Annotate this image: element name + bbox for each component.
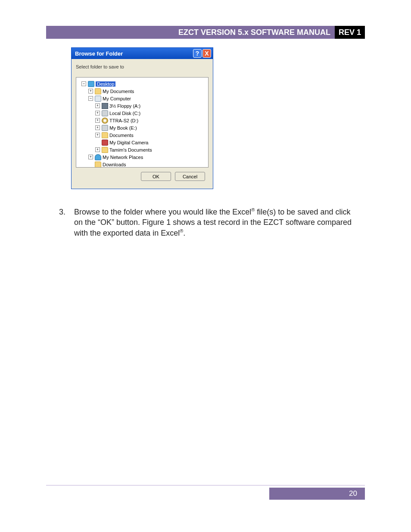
tree-label: Documents xyxy=(109,133,134,138)
tree-label: TTRA-S2 (D:) xyxy=(109,118,138,123)
desktop-icon xyxy=(88,81,94,87)
tree-label: My Digital Camera xyxy=(109,140,148,145)
text-fragment: Browse to the folder where you would lik… xyxy=(74,208,251,216)
expand-icon[interactable]: + xyxy=(95,118,100,123)
tree-item-downloads[interactable]: Downloads xyxy=(78,161,206,168)
collapse-icon[interactable]: − xyxy=(88,96,93,101)
tree-item-mybook[interactable]: + My Book (E:) xyxy=(78,124,206,131)
spacer xyxy=(95,140,100,145)
page-number: 20 xyxy=(269,488,365,500)
ok-button[interactable]: OK xyxy=(141,172,171,181)
tree-item-camera[interactable]: My Digital Camera xyxy=(78,139,206,146)
expand-icon[interactable]: + xyxy=(95,111,100,115)
folder-icon xyxy=(102,132,108,138)
document-header: EZCT VERSION 5.x SOFTWARE MANUAL REV 1 xyxy=(46,26,365,39)
tree-label: My Documents xyxy=(103,89,134,94)
dialog-title: Browse for Folder xyxy=(75,50,192,57)
spacer xyxy=(88,162,93,167)
header-title: EZCT VERSION 5.x SOFTWARE MANUAL xyxy=(46,26,335,39)
list-number: 3. xyxy=(59,207,72,217)
tree-item-tamim[interactable]: + Tamim's Documents xyxy=(78,146,206,153)
tree-item-netplaces[interactable]: + My Network Places xyxy=(78,153,206,161)
expand-icon[interactable]: + xyxy=(95,147,100,152)
text-fragment: . xyxy=(183,229,185,237)
browse-folder-dialog: Browse for Folder ? X Select folder to s… xyxy=(71,47,213,189)
floppy-icon xyxy=(102,103,108,109)
expand-icon[interactable]: + xyxy=(88,89,93,93)
disk-icon xyxy=(102,125,108,131)
tree-label: My Computer xyxy=(103,96,131,101)
dialog-button-row: OK Cancel xyxy=(76,168,209,185)
tree-item-documents[interactable]: + Documents xyxy=(78,131,206,139)
dialog-instruction: Select folder to save to xyxy=(76,64,209,69)
tree-item-desktop[interactable]: − Desktop xyxy=(78,80,206,87)
cd-icon xyxy=(102,118,108,124)
tree-label: Tamim's Documents xyxy=(109,147,152,152)
folder-icon xyxy=(95,162,101,168)
folder-icon xyxy=(102,147,108,153)
camera-icon xyxy=(102,140,108,146)
folder-icon xyxy=(95,88,101,94)
cancel-button[interactable]: Cancel xyxy=(175,172,205,181)
tree-item-ttra[interactable]: + TTRA-S2 (D:) xyxy=(78,117,206,124)
collapse-icon[interactable]: − xyxy=(81,81,86,86)
close-icon[interactable]: X xyxy=(202,49,211,58)
help-icon[interactable]: ? xyxy=(193,49,202,58)
expand-icon[interactable]: + xyxy=(95,103,100,108)
list-content: Browse to the folder where you would lik… xyxy=(74,207,358,238)
expand-icon[interactable]: + xyxy=(95,125,100,130)
tree-item-mydocs[interactable]: + My Documents xyxy=(78,87,206,95)
header-rev: REV 1 xyxy=(335,26,365,39)
tree-item-floppy[interactable]: + 3½ Floppy (A:) xyxy=(78,102,206,109)
footer-rule xyxy=(46,485,365,485)
tree-item-mycomp[interactable]: − My Computer xyxy=(78,95,206,102)
tree-label: Desktop xyxy=(96,81,115,87)
disk-icon xyxy=(102,110,108,116)
dialog-body: Select folder to save to − Desktop + My … xyxy=(72,59,213,189)
tree-label: Local Disk (C:) xyxy=(109,111,140,116)
tree-label: My Book (E:) xyxy=(109,125,137,131)
tree-item-localdisk[interactable]: + Local Disk (C:) xyxy=(78,109,206,117)
folder-tree[interactable]: − Desktop + My Documents − My Computer + xyxy=(76,77,209,168)
computer-icon xyxy=(95,96,101,102)
expand-icon[interactable]: + xyxy=(88,155,93,159)
dialog-titlebar[interactable]: Browse for Folder ? X xyxy=(72,48,213,59)
tree-label: 3½ Floppy (A:) xyxy=(109,103,140,109)
expand-icon[interactable]: + xyxy=(95,133,100,137)
tree-label: Downloads xyxy=(103,162,126,167)
network-icon xyxy=(95,154,101,160)
instruction-paragraph: 3. Browse to the folder where you would … xyxy=(59,207,361,238)
tree-label: My Network Places xyxy=(103,155,143,160)
